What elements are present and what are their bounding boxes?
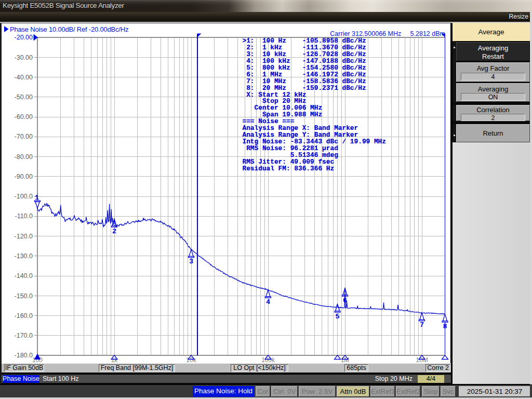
svg-text:1: 1 — [35, 194, 39, 202]
svg-text:10k: 10k — [186, 356, 196, 364]
svg-text:-120.0: -120.0 — [15, 233, 33, 240]
svg-text:-130.0: -130.0 — [15, 252, 33, 260]
svg-text:-140.0: -140.0 — [15, 272, 33, 280]
svg-text:1k: 1k — [111, 356, 118, 364]
svg-text:6: 6 — [343, 297, 347, 304]
svg-text:1M: 1M — [341, 356, 350, 364]
svg-text:-150.0: -150.0 — [15, 292, 33, 300]
svg-text:-30.00: -30.00 — [15, 54, 33, 61]
svg-text:-100.0: -100.0 — [15, 193, 33, 200]
svg-text:3: 3 — [189, 258, 193, 265]
svg-text:-60.00: -60.00 — [15, 113, 33, 121]
svg-text:-170.0: -170.0 — [15, 332, 33, 339]
svg-text:-90.00: -90.00 — [15, 173, 33, 180]
svg-text:-70.00: -70.00 — [15, 133, 33, 140]
svg-text:-110.0: -110.0 — [15, 212, 33, 220]
svg-text:7: 7 — [420, 321, 424, 329]
svg-text:-40.00: -40.00 — [15, 74, 33, 81]
svg-text:10M: 10M — [416, 356, 428, 364]
svg-text:-80.00: -80.00 — [15, 153, 33, 161]
svg-text:5: 5 — [336, 313, 340, 321]
svg-text:-160.0: -160.0 — [15, 312, 33, 320]
svg-text:8: 8 — [443, 323, 447, 330]
svg-text:2: 2 — [112, 228, 116, 235]
svg-text:-50.00: -50.00 — [15, 94, 33, 101]
svg-text:4: 4 — [266, 298, 270, 306]
svg-text:-180.0: -180.0 — [15, 352, 33, 359]
svg-text:100k: 100k — [261, 356, 275, 364]
svg-text:-20.00: -20.00 — [15, 34, 33, 41]
